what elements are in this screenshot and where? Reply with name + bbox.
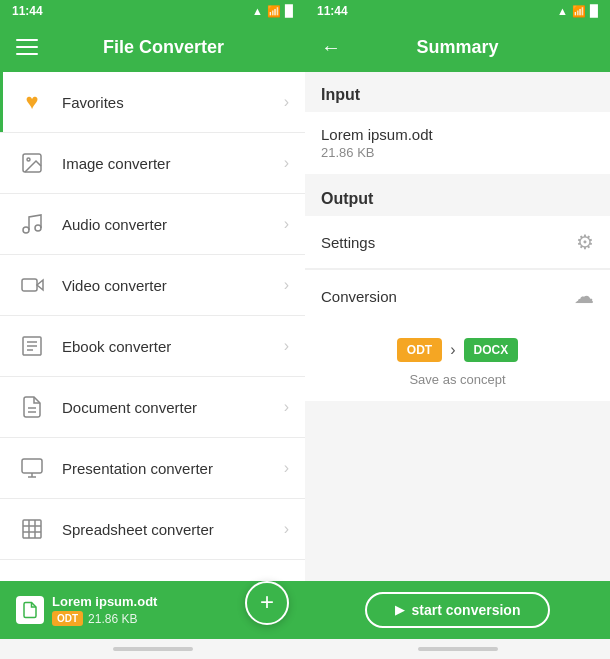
menu-item-label: Image converter xyxy=(62,155,284,172)
chevron-right-icon: › xyxy=(284,93,289,111)
sidebar-item-video[interactable]: Video converter › xyxy=(0,255,305,316)
input-section-label: Input xyxy=(305,72,610,112)
menu-item-label: Video converter xyxy=(62,277,284,294)
svg-point-3 xyxy=(35,225,41,231)
spreadsheet-icon xyxy=(16,513,48,545)
right-header: ← Summary xyxy=(305,22,610,72)
chevron-right-icon: › xyxy=(284,459,289,477)
file-small-icon xyxy=(16,596,44,624)
chevron-right-icon: › xyxy=(284,276,289,294)
home-indicator-line xyxy=(113,647,193,651)
conversion-badges: ODT › DOCX xyxy=(397,338,518,362)
left-header: File Converter xyxy=(0,22,305,72)
sidebar-item-image[interactable]: Image converter › xyxy=(0,133,305,194)
video-icon xyxy=(16,269,48,301)
chevron-right-icon: › xyxy=(284,398,289,416)
conversion-row[interactable]: Conversion ☁ xyxy=(305,270,610,322)
left-time: 11:44 xyxy=(12,4,43,18)
sidebar-item-document[interactable]: Document converter › xyxy=(0,377,305,438)
chevron-right-icon: › xyxy=(284,337,289,355)
svg-rect-4 xyxy=(22,279,37,291)
conversion-label: Conversion xyxy=(321,288,397,305)
left-status-icons: ▲ 📶 ▉ xyxy=(252,5,293,18)
bottom-file-name: Lorem ipsum.odt xyxy=(52,594,157,609)
document-icon xyxy=(16,391,48,423)
save-concept-label: Save as concept xyxy=(409,372,505,387)
play-icon: ▶ xyxy=(395,603,404,617)
wifi-icon: 📶 xyxy=(572,5,586,18)
ebook-icon xyxy=(16,330,48,362)
right-bottom-bar: ▶ start conversion xyxy=(305,581,610,639)
right-time: 11:44 xyxy=(317,4,348,18)
output-card: Settings ⚙ Conversion ☁ xyxy=(305,216,610,322)
gear-icon: ⚙ xyxy=(576,230,594,254)
bottom-file-details: Lorem ipsum.odt ODT 21.86 KB xyxy=(52,594,157,626)
svg-point-1 xyxy=(27,158,30,161)
right-status-bar: 11:44 ▲ 📶 ▉ xyxy=(305,0,610,22)
sidebar-item-favorites[interactable]: ♥ Favorites › xyxy=(0,72,305,133)
sidebar-item-ebook[interactable]: Ebook converter › xyxy=(0,316,305,377)
svg-point-2 xyxy=(23,227,29,233)
file-type-badge: ODT xyxy=(52,611,83,626)
svg-marker-5 xyxy=(37,280,43,290)
left-panel: 11:44 ▲ 📶 ▉ File Converter ♥ Favorites › xyxy=(0,0,305,659)
right-panel: 11:44 ▲ 📶 ▉ ← Summary Input Lorem ipsum.… xyxy=(305,0,610,659)
settings-label: Settings xyxy=(321,234,375,251)
right-status-icons: ▲ 📶 ▉ xyxy=(557,5,598,18)
right-content: Input Lorem ipsum.odt 21.86 KB Output Se… xyxy=(305,72,610,581)
svg-rect-12 xyxy=(22,459,42,473)
signal-icon: ▲ xyxy=(252,5,263,17)
menu-item-label: Ebook converter xyxy=(62,338,284,355)
chevron-right-icon: › xyxy=(284,520,289,538)
conversion-visual: ODT › DOCX Save as concept xyxy=(305,322,610,401)
fab-add-button[interactable]: + xyxy=(245,581,289,625)
bottom-file-size: 21.86 KB xyxy=(88,612,137,626)
plus-icon: + xyxy=(260,590,274,614)
signal-icon: ▲ xyxy=(557,5,568,17)
output-section-label: Output xyxy=(305,176,610,216)
chevron-right-icon: › xyxy=(284,154,289,172)
right-home-indicator xyxy=(305,639,610,659)
menu-item-label: Audio converter xyxy=(62,216,284,233)
sidebar-item-markup[interactable]: Markup converter › xyxy=(0,560,305,581)
hamburger-icon[interactable] xyxy=(16,39,38,55)
arrow-icon: › xyxy=(450,341,455,359)
svg-rect-15 xyxy=(23,520,41,538)
markup-icon xyxy=(16,574,48,581)
battery-icon: ▉ xyxy=(590,5,598,18)
menu-item-label: Spreadsheet converter xyxy=(62,521,284,538)
menu-item-label: Presentation converter xyxy=(62,460,284,477)
home-indicator-line xyxy=(418,647,498,651)
input-card: Lorem ipsum.odt 21.86 KB xyxy=(305,112,610,174)
chevron-right-icon: › xyxy=(284,215,289,233)
audio-icon xyxy=(16,208,48,240)
from-format-badge: ODT xyxy=(397,338,442,362)
menu-item-label: Favorites xyxy=(62,94,284,111)
left-status-bar: 11:44 ▲ 📶 ▉ xyxy=(0,0,305,22)
input-file-size: 21.86 KB xyxy=(321,145,594,160)
heart-icon: ♥ xyxy=(16,86,48,118)
back-button[interactable]: ← xyxy=(321,36,341,59)
cloud-icon: ☁ xyxy=(574,284,594,308)
to-format-badge: DOCX xyxy=(464,338,519,362)
wifi-icon: 📶 xyxy=(267,5,281,18)
input-file-name: Lorem ipsum.odt xyxy=(321,126,594,143)
menu-list: ♥ Favorites › Image converter › Au xyxy=(0,72,305,581)
sidebar-item-audio[interactable]: Audio converter › xyxy=(0,194,305,255)
app-title: File Converter xyxy=(38,37,289,58)
left-bottom-bar: Lorem ipsum.odt ODT 21.86 KB + xyxy=(0,581,305,639)
left-home-indicator xyxy=(0,639,305,659)
summary-title: Summary xyxy=(349,37,566,58)
settings-row[interactable]: Settings ⚙ xyxy=(305,216,610,269)
sidebar-item-presentation[interactable]: Presentation converter › xyxy=(0,438,305,499)
presentation-icon xyxy=(16,452,48,484)
image-icon xyxy=(16,147,48,179)
sidebar-item-spreadsheet[interactable]: Spreadsheet converter › xyxy=(0,499,305,560)
menu-item-label: Document converter xyxy=(62,399,284,416)
bottom-file-info: Lorem ipsum.odt ODT 21.86 KB xyxy=(16,594,157,626)
battery-icon: ▉ xyxy=(285,5,293,18)
start-conversion-button[interactable]: ▶ start conversion xyxy=(365,592,551,628)
start-button-label: start conversion xyxy=(412,602,521,618)
